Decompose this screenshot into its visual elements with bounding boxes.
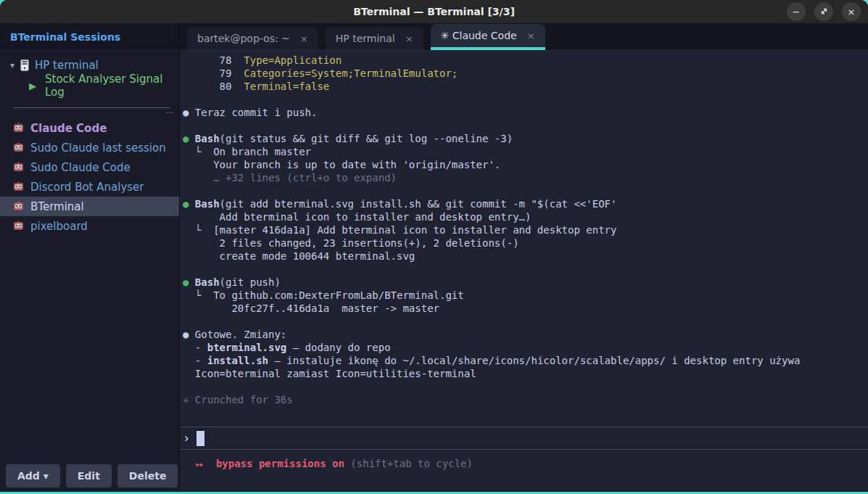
terminal-line: └ On branch master (183, 145, 868, 158)
tab-claude-code[interactable]: ✳ Claude Code × (431, 24, 545, 50)
terminal-line: 79 Categories=System;TerminalEmulator; (183, 67, 868, 80)
terminal-line: … +32 lines (ctrl+o to expand) (183, 171, 868, 184)
terminal-line: 80 Terminal=false (183, 80, 868, 93)
tab-close-icon[interactable]: × (300, 33, 308, 44)
close-button[interactable]: × (842, 2, 861, 21)
input-separator-bottom (180, 449, 868, 450)
tab-bar: bartek@pop-os: ~ × HP terminal × ✳ Claud… (180, 23, 868, 51)
minimize-button[interactable]: − (787, 2, 806, 21)
robot-icon (13, 181, 24, 192)
terminal-line: - bterminal.svg — dodany do repo (183, 341, 868, 354)
maximize-icon (820, 7, 828, 17)
maximize-button[interactable] (814, 2, 833, 21)
bterminal-window: BTerminal — BTerminal [3/3] − × BTermina… (0, 0, 868, 492)
terminal-line: 20fc27f..416da1a master -> master (183, 302, 868, 315)
terminal-line: create mode 100644 bterminal.svg (183, 250, 868, 263)
prompt-chevron-icon: › (183, 431, 190, 445)
tree-item-label: HP terminal (35, 59, 99, 72)
session-item-sudo-claude-last-session[interactable]: Sudo Claude last session (0, 138, 179, 157)
expand-arrow-icon[interactable]: ▾ (6, 60, 19, 70)
terminal-line: Add bterminal icon to installer and desk… (183, 210, 868, 223)
text-cursor (197, 431, 204, 446)
terminal-line: ● Bash(git add bterminal.svg install.sh … (183, 197, 868, 210)
tree-child-label: Stock Analyser Signal Log (45, 73, 179, 99)
edit-button[interactable]: Edit (66, 464, 112, 487)
add-button[interactable]: Add ▾ (6, 464, 60, 487)
terminal-line (183, 380, 868, 393)
permissions-mode-label: bypass permissions on (216, 458, 344, 469)
close-icon: × (848, 7, 856, 17)
tab-label: ✳ Claude Code (441, 30, 517, 41)
terminal-input-line[interactable]: › (180, 427, 868, 449)
session-item-discord-bot-analyser[interactable]: Discord Bot Analyser (0, 177, 179, 197)
terminal-output[interactable]: 78 Type=Application 79 Categories=System… (180, 51, 868, 492)
terminal-line: Your branch is up to date with 'origin/m… (183, 158, 868, 171)
tab-hp-terminal[interactable]: HP terminal × (326, 27, 423, 50)
terminal-line (183, 184, 868, 197)
window-title: BTerminal — BTerminal [3/3] (353, 6, 515, 17)
sidebar-footer: Add ▾ Edit Delete (0, 460, 179, 492)
terminal-line: ● Gotowe. Zmiany: (183, 328, 868, 341)
permissions-status-bar: ▸▸ bypass permissions on (shift+tab to c… (180, 458, 868, 469)
session-item-bterminal[interactable]: BTerminal (0, 197, 179, 216)
titlebar: BTerminal — BTerminal [3/3] − × (0, 0, 868, 23)
robot-icon (13, 123, 24, 133)
session-item-label: Discord Bot Analyser (30, 181, 144, 194)
session-list: Claude CodeSudo Claude last sessionSudo … (0, 118, 179, 236)
robot-icon (13, 162, 24, 173)
session-item-pixelboard[interactable]: pixelboard (0, 216, 179, 236)
arrows-icon: ▸▸ (195, 459, 202, 469)
computer-icon (20, 59, 29, 71)
terminal-line: ● Teraz commit i push. (183, 106, 868, 119)
permissions-hint-text: (shift+tab to cycle) (350, 458, 473, 469)
terminal-line: ● Bash(git push) (183, 276, 868, 289)
session-item-sudo-claude-code[interactable]: Sudo Claude Code (0, 157, 179, 177)
sidebar-header-label: BTerminal Sessions (10, 31, 120, 43)
tab-bartek-pop-os[interactable]: bartek@pop-os: ~ × (187, 27, 318, 50)
play-icon: ▶ (29, 81, 36, 91)
terminal-line (183, 93, 868, 106)
session-tree: ▾ HP terminal ▶ Stock Analyser Signal Lo… (0, 51, 179, 236)
session-item-label: Sudo Claude Code (30, 161, 131, 174)
sessions-sidebar: BTerminal Sessions ▾ HP terminal ▶ Stock… (0, 23, 180, 492)
terminal-line: 2 files changed, 23 insertions(+), 2 del… (183, 236, 868, 250)
tree-item-stock-analyser-log[interactable]: ▶ Stock Analyser Signal Log (0, 75, 179, 96)
session-item-label: BTerminal (30, 200, 84, 213)
tab-close-icon[interactable]: × (405, 33, 413, 44)
terminal-line: └ To github.com:DexterFromLab/BTerminal.… (183, 289, 868, 302)
main-area: BTerminal Sessions ▾ HP terminal ▶ Stock… (0, 23, 868, 492)
robot-icon (13, 201, 24, 212)
window-controls: − × (787, 2, 861, 21)
terminal-line: └ [master 416da1a] Add bterminal icon to… (183, 223, 868, 236)
session-item-label: Sudo Claude last session (30, 141, 166, 155)
robot-icon (13, 221, 24, 231)
terminal-line (183, 263, 868, 276)
delete-button[interactable]: Delete (117, 464, 178, 487)
terminal-line: ● Bash(git status && git diff && git log… (183, 132, 868, 145)
terminal-line (183, 315, 868, 328)
sidebar-header: BTerminal Sessions (0, 23, 179, 51)
terminal-line: ✳ Crunched for 36s (183, 393, 868, 406)
session-item-label: Claude Code (30, 122, 107, 135)
session-item-claude-code[interactable]: Claude Code (0, 118, 179, 138)
more-dots-icon[interactable]: … (0, 108, 179, 115)
terminal-line (183, 119, 868, 132)
robot-icon (13, 142, 24, 153)
terminal-line: Icon=bterminal zamiast Icon=utilities-te… (183, 367, 868, 380)
terminal-line: - install.sh — instaluje ikonę do ~/.loc… (183, 354, 868, 367)
session-item-label: pixelboard (30, 220, 88, 233)
tab-label: HP terminal (336, 33, 395, 44)
terminal-lines: 78 Type=Application 79 Categories=System… (180, 51, 868, 406)
content-area: bartek@pop-os: ~ × HP terminal × ✳ Claud… (180, 23, 868, 492)
minimize-icon: − (793, 7, 801, 17)
terminal-line: 78 Type=Application (183, 54, 868, 67)
tab-close-icon[interactable]: × (527, 30, 535, 41)
tab-label: bartek@pop-os: ~ (197, 33, 290, 44)
